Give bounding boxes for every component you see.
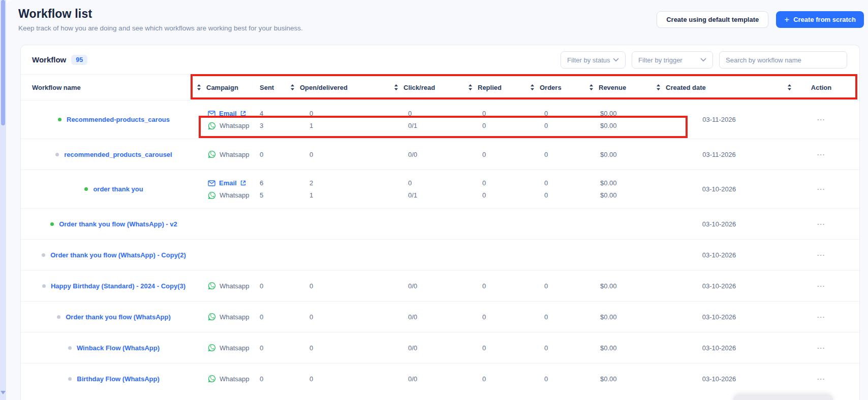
scrollbar-thumb[interactable] — [1, 0, 5, 125]
external-link-icon[interactable] — [240, 111, 246, 116]
status-dot — [50, 222, 54, 226]
email-campaign-link[interactable]: Email — [208, 178, 253, 188]
metric-value: 0/0 — [408, 312, 467, 322]
vertical-scrollbar[interactable] — [0, 0, 6, 400]
scroll-down-arrow-icon[interactable] — [1, 391, 6, 394]
sort-icon[interactable] — [289, 84, 296, 91]
status-dot — [57, 315, 60, 319]
row-actions-menu-button[interactable]: ⋯ — [817, 343, 826, 353]
orders-cell: 0 — [529, 312, 588, 322]
replied-cell: 0 — [467, 374, 529, 384]
status-dot — [42, 253, 45, 257]
metric-value: $0.00 — [600, 374, 655, 384]
column-header-orders[interactable]: Orders — [529, 84, 588, 91]
metric-value: 4 — [260, 109, 289, 119]
workflow-name-cell: Order thank you flow (WhatsApp) — [32, 313, 196, 321]
filter-by-trigger-select[interactable]: Filter by trigger — [632, 51, 713, 69]
workflow-name-link[interactable]: Order thank you flow (WhatsApp) — [66, 313, 171, 321]
row-actions-menu-button[interactable]: ⋯ — [817, 150, 826, 159]
column-header-replied[interactable]: Replied — [467, 84, 529, 91]
click-read-cell: 0/0 — [393, 149, 467, 159]
email-campaign-link[interactable]: Email — [208, 109, 253, 119]
sort-icon[interactable] — [655, 84, 662, 91]
workflow-name-link[interactable]: Order thank you flow (WhatsApp) - v2 — [59, 220, 177, 228]
sort-icon[interactable] — [529, 84, 536, 91]
row-actions-menu-button[interactable]: ⋯ — [817, 115, 826, 124]
row-actions-menu-button[interactable]: ⋯ — [817, 374, 826, 384]
click-read-cell: 00/1 — [393, 178, 467, 201]
row-actions-menu-button[interactable]: ⋯ — [817, 184, 826, 194]
whatsapp-icon — [208, 344, 216, 352]
column-header-revenue[interactable]: Revenue — [588, 84, 655, 91]
sort-icon[interactable] — [393, 84, 399, 91]
sent-cell: 0 — [253, 312, 289, 322]
metric-value: 0 — [309, 109, 393, 119]
column-header-sent: Sent — [253, 84, 289, 91]
replied-cell: 0 — [467, 149, 529, 159]
floating-widget-peek[interactable] — [733, 394, 833, 400]
metric-value: $0.00 — [600, 190, 655, 201]
created-date-cell: 03-10-2026 — [655, 251, 783, 259]
external-link-icon[interactable] — [240, 180, 246, 186]
sent-cell: 0 — [253, 149, 289, 159]
whatsapp-campaign-link: Whatsapp — [208, 374, 253, 384]
campaign-cell: Whatsapp — [196, 343, 253, 353]
action-cell: ⋯ — [783, 115, 859, 124]
column-label: Workflow name — [32, 84, 81, 91]
metric-value: 0 — [544, 374, 588, 384]
column-header-created-date[interactable]: Created date — [655, 84, 783, 91]
action-cell: ⋯ — [783, 312, 859, 322]
workflow-name-cell: Birthday Flow (WhatsApp) — [32, 375, 196, 383]
sent-cell: 0 — [253, 281, 289, 291]
row-actions-menu-button[interactable]: ⋯ — [817, 281, 826, 291]
sent-cell: 65 — [253, 178, 289, 201]
workflow-name-link[interactable]: Birthday Flow (WhatsApp) — [77, 375, 160, 383]
workflow-name-link[interactable]: order thank you — [93, 185, 143, 193]
campaign-cell: Whatsapp — [196, 281, 253, 291]
metric-value: 0 — [482, 374, 529, 384]
table-header-row: Workflow nameCampaignSentOpen/deliveredC… — [21, 75, 859, 100]
sent-cell: 0 — [253, 374, 289, 384]
status-dot — [55, 153, 59, 156]
revenue-cell: $0.00$0.00 — [588, 109, 655, 131]
revenue-cell: $0.00 — [588, 149, 655, 159]
sent-cell: 43 — [253, 109, 289, 131]
whatsapp-campaign-link: Whatsapp — [208, 312, 253, 322]
filter-by-status-select[interactable]: Filter by status — [561, 51, 626, 69]
sort-icon[interactable] — [196, 84, 202, 91]
app-background: Workflow list Keep track of how you are … — [6, 0, 868, 400]
metric-value: 0 — [544, 149, 588, 159]
column-header-click-read[interactable]: Click/read — [393, 84, 467, 91]
status-dot — [68, 377, 72, 381]
create-default-template-button[interactable]: Create using default template — [657, 11, 768, 28]
row-actions-menu-button[interactable]: ⋯ — [817, 250, 826, 260]
metric-value: 2 — [309, 178, 393, 188]
column-header-campaign[interactable]: Campaign — [196, 84, 253, 91]
campaign-cell: EmailWhatsapp — [196, 109, 253, 131]
table-row: Order thank you flow (WhatsApp) - v203-1… — [21, 208, 859, 239]
workflow-name-link[interactable]: Recommended-products_carous — [67, 116, 170, 123]
created-date-cell: 03-10-2026 — [655, 313, 783, 321]
table-row: Recommended-products_carousEmailWhatsapp… — [21, 100, 859, 139]
metric-value: 0 — [309, 343, 393, 353]
column-header-action[interactable]: Action — [783, 84, 859, 91]
orders-cell: 00 — [529, 178, 588, 201]
metric-value: $0.00 — [600, 109, 655, 119]
open-delivered-cell: 0 — [289, 374, 393, 384]
column-header-open-delivered[interactable]: Open/delivered — [289, 84, 393, 91]
channel-label: Whatsapp — [220, 151, 250, 158]
workflow-name-link[interactable]: Order thank you flow (WhatsApp) - Copy(2… — [50, 251, 186, 259]
sort-icon[interactable] — [467, 84, 474, 91]
search-workflow-input[interactable] — [719, 51, 847, 69]
workflow-name-link[interactable]: Happy Birthday (Standard) - 2024 - Copy(… — [51, 282, 185, 290]
sort-icon[interactable] — [786, 84, 793, 91]
metric-value: 0 — [260, 281, 289, 291]
click-read-cell: 00/1 — [393, 109, 467, 131]
create-from-scratch-button[interactable]: + Create from scratch — [776, 11, 864, 28]
sort-icon[interactable] — [588, 84, 595, 91]
row-actions-menu-button[interactable]: ⋯ — [817, 219, 826, 229]
campaign-cell: Whatsapp — [196, 374, 253, 384]
workflow-name-link[interactable]: recommended_products_carousel — [64, 151, 172, 158]
row-actions-menu-button[interactable]: ⋯ — [817, 312, 826, 322]
workflow-name-link[interactable]: Winback Flow (WhatsApp) — [77, 344, 160, 352]
